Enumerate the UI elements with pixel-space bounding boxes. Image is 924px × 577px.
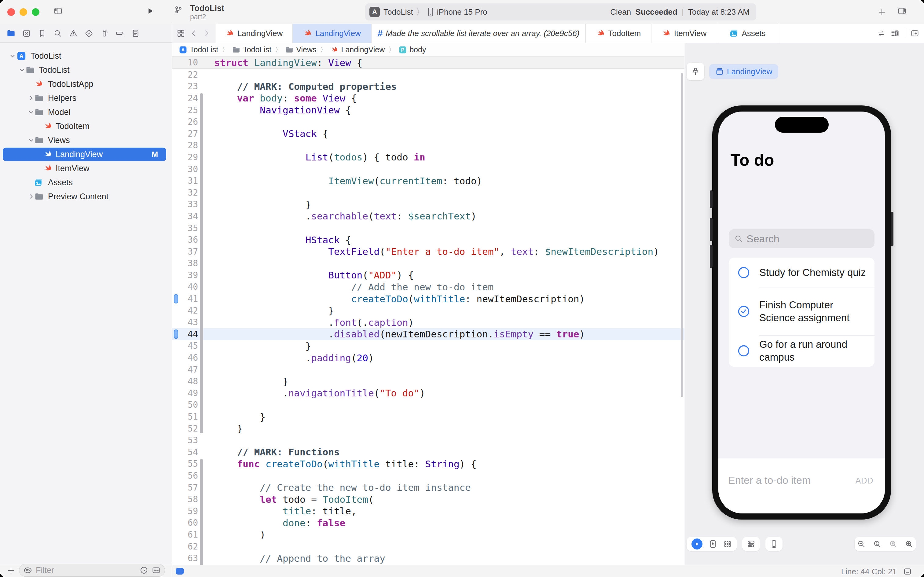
- code-line-39[interactable]: 39 Button("ADD") {: [172, 269, 684, 281]
- line-number[interactable]: 46: [172, 353, 198, 363]
- fold-ribbon[interactable]: [199, 411, 204, 423]
- code-line-36[interactable]: 36 HStack {: [172, 234, 684, 246]
- new-item-input[interactable]: Enter a to-do item: [728, 474, 811, 486]
- unchecked-circle-icon[interactable]: [738, 345, 750, 357]
- device-settings-button[interactable]: [747, 539, 756, 549]
- recent-files-icon[interactable]: [140, 566, 148, 575]
- code-line-37[interactable]: 37 TextField("Enter a to-do item", text:…: [172, 246, 684, 258]
- fold-ribbon[interactable]: [199, 199, 204, 211]
- breadcrumb-item[interactable]: body: [409, 45, 426, 54]
- code-line-47[interactable]: 47: [172, 364, 684, 376]
- run-destination[interactable]: iPhone 15 Pro: [437, 7, 487, 17]
- related-items-icon[interactable]: [177, 29, 185, 38]
- tab-assets[interactable]: Assets: [717, 24, 778, 43]
- line-number[interactable]: 31: [172, 176, 198, 186]
- bookmark-navigator-icon[interactable]: [38, 29, 47, 38]
- code-line-27[interactable]: 27 VStack {: [172, 128, 684, 140]
- live-preview-button[interactable]: [691, 538, 702, 550]
- line-number[interactable]: 22: [172, 70, 198, 80]
- code-line-10[interactable]: 10struct LandingView: View {: [172, 56, 684, 68]
- add-button[interactable]: ADD: [855, 476, 873, 486]
- fold-ribbon[interactable]: [199, 446, 204, 458]
- zoom-100-button[interactable]: 1: [873, 540, 882, 548]
- line-number[interactable]: 56: [172, 471, 198, 481]
- line-number[interactable]: 39: [172, 270, 198, 280]
- close-window-button[interactable]: [7, 8, 15, 16]
- minimize-window-button[interactable]: [19, 8, 27, 16]
- fold-ribbon[interactable]: [199, 234, 204, 246]
- fold-ribbon[interactable]: [199, 175, 204, 187]
- code-line-43[interactable]: 43 .font(.caption): [172, 316, 684, 328]
- fold-ribbon[interactable]: [199, 364, 204, 376]
- checked-circle-icon[interactable]: [738, 306, 750, 317]
- code-line-63[interactable]: 63 // Append to the array: [172, 552, 684, 564]
- code-line-29[interactable]: 29 List(todos) { todo in: [172, 151, 684, 163]
- fold-ribbon[interactable]: [199, 541, 204, 553]
- fold-ribbon[interactable]: [199, 482, 204, 493]
- fold-ribbon[interactable]: [199, 552, 204, 564]
- fold-ribbon[interactable]: [199, 281, 204, 293]
- filter-field[interactable]: Filter: [19, 564, 165, 577]
- preview-on-device-button[interactable]: [770, 540, 778, 548]
- fold-ribbon[interactable]: [199, 69, 204, 81]
- line-number[interactable]: 63: [172, 553, 198, 563]
- disclosure-right-icon[interactable]: [28, 95, 35, 102]
- sidebar-item-todolist[interactable]: TodoList: [0, 63, 172, 77]
- code-line-40[interactable]: 40 // Add the new to-do item: [172, 281, 684, 293]
- sticky-scope-line[interactable]: 10struct LandingView: View {: [172, 56, 684, 69]
- fold-ribbon[interactable]: [199, 210, 204, 222]
- add-tab-icon[interactable]: [877, 8, 886, 16]
- search-field[interactable]: Search: [729, 229, 874, 248]
- disclosure-down-icon[interactable]: [19, 67, 25, 73]
- sidebar-item-itemview[interactable]: ItemView: [0, 161, 172, 176]
- line-number[interactable]: 48: [172, 376, 198, 386]
- disclosure-right-icon[interactable]: [28, 193, 35, 200]
- back-button[interactable]: [190, 29, 198, 38]
- fold-ribbon[interactable]: [199, 293, 204, 305]
- sidebar-item-assets[interactable]: Assets: [0, 176, 172, 190]
- code-line-58[interactable]: 58 let todo = TodoItem(: [172, 493, 684, 505]
- fold-ribbon[interactable]: [199, 128, 204, 140]
- fold-ribbon[interactable]: [199, 163, 204, 175]
- line-number[interactable]: 49: [172, 388, 198, 398]
- fold-ribbon[interactable]: [199, 305, 204, 317]
- sidebar-item-helpers[interactable]: Helpers: [0, 91, 172, 105]
- source-control-navigator-icon[interactable]: [22, 29, 31, 38]
- code-line-38[interactable]: 38: [172, 258, 684, 269]
- editor-options-icon[interactable]: [891, 29, 899, 38]
- code-line-35[interactable]: 35: [172, 222, 684, 234]
- test-navigator-icon[interactable]: [85, 29, 93, 38]
- line-number[interactable]: 47: [172, 364, 198, 375]
- build-status[interactable]: Clean Succeeded | Today at 8:23 AM: [610, 7, 750, 17]
- fold-ribbon[interactable]: [199, 458, 204, 470]
- code-line-22[interactable]: 22: [172, 69, 684, 81]
- line-number[interactable]: 52: [172, 424, 198, 434]
- code-line-44[interactable]: 44 .disabled(newItemDescription.isEmpty …: [172, 328, 684, 340]
- fold-ribbon[interactable]: [199, 340, 204, 352]
- fold-ribbon[interactable]: [199, 423, 204, 435]
- line-number[interactable]: 59: [172, 506, 198, 516]
- line-number[interactable]: 36: [172, 235, 198, 245]
- zoom-out-button[interactable]: [857, 540, 866, 548]
- fold-ribbon[interactable]: [199, 222, 204, 234]
- fold-ribbon[interactable]: [199, 493, 204, 505]
- code-line-52[interactable]: 52 }: [172, 423, 684, 435]
- code-line-23[interactable]: 23 // MARK: Computed properties: [172, 81, 684, 93]
- line-number[interactable]: 51: [172, 412, 198, 422]
- code-line-50[interactable]: 50: [172, 399, 684, 411]
- line-number[interactable]: 30: [172, 164, 198, 174]
- code-line-57[interactable]: 57 // Create the new to-do item instance: [172, 482, 684, 493]
- code-line-30[interactable]: 30: [172, 163, 684, 175]
- breadcrumb-item[interactable]: TodoList: [243, 45, 271, 54]
- run-button[interactable]: [146, 7, 155, 15]
- fold-ribbon[interactable]: [199, 56, 204, 68]
- code-line-34[interactable]: 34 .searchable(text: $searchText): [172, 210, 684, 222]
- breadcrumb-item[interactable]: Views: [296, 45, 316, 54]
- code-line-31[interactable]: 31 ItemView(currentItem: todo): [172, 175, 684, 187]
- code-line-61[interactable]: 61 ): [172, 529, 684, 541]
- code-line-48[interactable]: 48 }: [172, 375, 684, 387]
- pin-preview-button[interactable]: [687, 63, 704, 81]
- todo-item[interactable]: Go for a run around campus: [729, 335, 874, 367]
- find-navigator-icon[interactable]: [53, 29, 62, 38]
- code-line-55[interactable]: 55 func createToDo(withTitle title: Stri…: [172, 458, 684, 470]
